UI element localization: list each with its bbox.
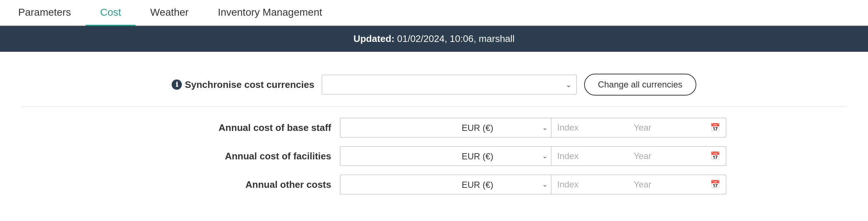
sync-currency-select[interactable]: EUR (€) USD ($) GBP (£) <box>322 75 577 94</box>
cost-label-base-staff: Annual cost of base staff <box>142 122 331 133</box>
updated-label: Updated: <box>353 33 395 44</box>
sync-label-text: Synchronise cost currencies <box>185 79 314 90</box>
cost-value-other-costs[interactable] <box>340 175 457 194</box>
cost-label-other-costs: Annual other costs <box>142 179 331 190</box>
index-input-other-costs[interactable] <box>551 175 628 194</box>
index-input-facilities[interactable] <box>551 146 628 166</box>
tab-cost[interactable]: Cost <box>86 0 136 26</box>
cost-row-other-costs: Annual other costs EUR (€) USD ($) GBP (… <box>22 175 846 194</box>
index-input-base-staff[interactable] <box>551 118 628 137</box>
sync-label: ℹ Synchronise cost currencies <box>172 79 314 90</box>
tab-parameters[interactable]: Parameters <box>4 0 86 26</box>
year-input-other-costs[interactable] <box>628 175 704 194</box>
currency-select-wrapper-facilities: EUR (€) USD ($) GBP (£) ⌄ <box>457 146 551 166</box>
currency-select-other-costs[interactable]: EUR (€) USD ($) GBP (£) <box>457 175 551 194</box>
sync-currencies-row: ℹ Synchronise cost currencies EUR (€) US… <box>22 66 846 107</box>
tab-bar: Parameters Cost Weather Inventory Manage… <box>0 0 868 26</box>
cost-value-base-staff[interactable] <box>340 118 457 137</box>
calendar-button-base-staff[interactable]: 📅 <box>704 118 726 137</box>
updated-value: 01/02/2024, 10:06, marshall <box>395 33 515 44</box>
cost-row-facilities: Annual cost of facilities EUR (€) USD ($… <box>22 146 846 166</box>
sync-select-wrapper: EUR (€) USD ($) GBP (£) ⌄ <box>322 75 577 94</box>
currency-select-wrapper-base-staff: EUR (€) USD ($) GBP (£) ⌄ <box>457 118 551 137</box>
tab-inventory-management[interactable]: Inventory Management <box>203 0 337 26</box>
cost-value-facilities[interactable] <box>340 146 457 166</box>
updated-bar: Updated: 01/02/2024, 10:06, marshall <box>0 26 868 52</box>
tab-weather[interactable]: Weather <box>136 0 203 26</box>
info-icon[interactable]: ℹ <box>172 80 182 90</box>
change-all-currencies-button[interactable]: Change all currencies <box>584 74 696 96</box>
cost-rows-container: Annual cost of base staff EUR (€) USD ($… <box>22 118 846 194</box>
content-area: ℹ Synchronise cost currencies EUR (€) US… <box>0 52 868 218</box>
year-input-facilities[interactable] <box>628 146 704 166</box>
currency-select-base-staff[interactable]: EUR (€) USD ($) GBP (£) <box>457 118 551 137</box>
cost-row-base-staff: Annual cost of base staff EUR (€) USD ($… <box>22 118 846 137</box>
currency-select-facilities[interactable]: EUR (€) USD ($) GBP (£) <box>457 146 551 166</box>
cost-label-facilities: Annual cost of facilities <box>142 151 331 162</box>
year-input-base-staff[interactable] <box>628 118 704 137</box>
calendar-button-facilities[interactable]: 📅 <box>704 146 726 166</box>
calendar-button-other-costs[interactable]: 📅 <box>704 175 726 194</box>
currency-select-wrapper-other-costs: EUR (€) USD ($) GBP (£) ⌄ <box>457 175 551 194</box>
